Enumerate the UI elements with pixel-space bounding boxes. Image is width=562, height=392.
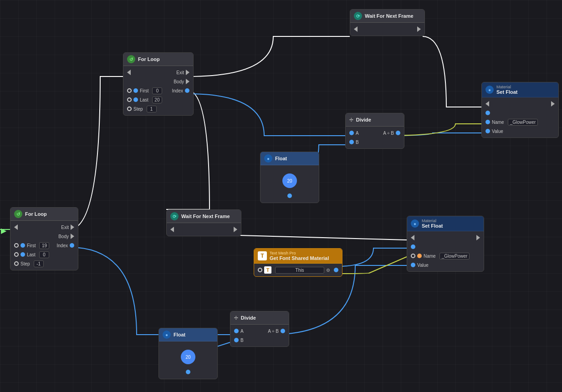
material-1-obj-pin [485,111,490,115]
for-loop-2-icon: ↺ [14,210,22,218]
wait-frame-1-exec-row [350,25,424,34]
tmp-this-in [258,268,262,272]
tmp-this-value[interactable]: This [275,267,324,274]
wait-frame-2-exec-out [234,227,237,232]
for-loop-node-1[interactable]: ↺ For Loop Exit Body [123,52,194,116]
for-loop-2-last-label: Last [27,252,36,257]
for-loop-1-icon: ↺ [127,55,135,63]
material-set-float-1[interactable]: ● Material Set Float [481,82,559,138]
for-loop-1-exec-row: Exit [123,68,193,77]
tmp-this-out [334,268,338,272]
for-loop-1-body-pin [186,79,189,84]
material-2-value-pin [411,263,415,267]
for-loop-1-step-row: Step 1 [123,104,193,113]
divide-node-2[interactable]: ÷ Divide A A ÷ B B [230,311,289,347]
tmp-body: T This ⚙ [254,264,342,276]
tmp-gear-icon: ⚙ [326,268,330,273]
divide-1-header: ÷ Divide [346,113,404,127]
for-loop-1-last-label: Last [140,97,148,102]
wait-frame-1-title: Wait For Next Frame [365,13,414,19]
material-1-title-block: Material Set Float [496,85,517,95]
divide-node-1[interactable]: ÷ Divide A A ÷ B B [345,113,404,149]
material-2-obj-pin [411,244,415,249]
material-2-name-pin [417,254,422,258]
float-2-header: ● Float [159,328,217,341]
divide-2-title: Divide [241,315,256,321]
for-loop-1-first-val[interactable]: 0 [152,87,162,94]
divide-2-a-row: A A ÷ B [230,326,289,336]
material-2-icon: ● [411,219,419,228]
divide-2-b-row: B [230,336,289,345]
tmp-this-row: T This ⚙ [254,265,342,275]
for-loop-2-exit-pin [71,224,74,230]
for-loop-2-step-row: Step -1 [10,259,78,268]
tmp-subtitle: Get Font Shared Material [270,255,329,261]
float-node-2[interactable]: ● Float 20 [158,328,218,379]
material-set-float-2[interactable]: ● Material Set Float [407,216,484,272]
for-loop-1-body: Exit Body First 0 Index [123,66,193,115]
material-2-exec-in [411,235,414,240]
for-loop-2-exit-label: Exit [61,225,69,230]
divide-2-op-label: A ÷ B [268,329,279,334]
tmp-category: Text Mesh Pro [270,251,329,255]
for-loop-2-body-pin [71,234,74,239]
material-2-exec-row [407,233,484,242]
float-2-icon: ● [163,331,171,339]
float-1-pin-row [261,193,319,201]
divide-1-op-label: A ÷ B [383,131,394,136]
material-1-name-val[interactable]: _GlowPower [508,119,538,126]
wait-frame-node-1[interactable]: ⟳ Wait For Next Frame [350,9,425,36]
for-loop-2-step-in [14,261,19,266]
for-loop-1-first-row: First 0 Index [123,86,193,95]
wait-frame-node-2[interactable]: ⟳ Wait For Next Frame [166,209,241,236]
for-loop-2-last-val[interactable]: 0 [39,251,49,258]
tmp-header: T Text Mesh Pro Get Font Shared Material [254,249,342,264]
float-2-out-pin [186,370,190,374]
entry-exec-arrow: ▶ [1,226,6,235]
for-loop-2-first-in [14,243,19,248]
for-loop-1-index-pin [185,88,189,93]
wait-frame-1-icon: ⟳ [354,12,362,20]
for-loop-1-exit-label: Exit [176,70,184,75]
divide-2-b-in [234,338,239,342]
material-2-name-val[interactable]: _GlowPower [439,253,470,260]
float-1-circle: 20 [282,173,297,188]
for-loop-1-last-val[interactable]: 20 [152,97,162,103]
float-2-value: 20 [185,355,190,360]
material-1-header: ● Material Set Float [482,82,558,97]
for-loop-1-last-in [127,97,132,102]
material-1-value-row: Value [482,127,558,136]
for-loop-2-step-val[interactable]: -1 [34,260,44,267]
for-loop-1-body-row: Body [123,77,193,86]
for-loop-1-exit-pin [186,70,189,75]
divide-2-header: ÷ Divide [230,311,289,325]
for-loop-1-first-in [127,88,132,93]
wait-frame-1-exec-in [354,26,358,32]
float-node-1[interactable]: ● Float 20 [260,152,319,203]
float-2-body: 20 [159,341,217,379]
blueprint-canvas[interactable]: ▶ ↺ For Loop Exit Body [0,0,562,392]
for-loop-node-2[interactable]: ↺ For Loop Exit Body [10,207,78,270]
float-1-header: ● Float [261,152,319,165]
divide-1-a-in [349,131,354,135]
material-2-name-in [411,254,415,258]
text-mesh-pro-node[interactable]: T Text Mesh Pro Get Font Shared Material… [254,248,342,277]
for-loop-2-first-val[interactable]: 19 [39,242,49,249]
for-loop-1-title: For Loop [138,56,160,62]
divide-1-title: Divide [356,117,371,122]
material-1-value-pin [485,129,490,133]
tmp-title-block: Text Mesh Pro Get Font Shared Material [270,251,329,261]
for-loop-1-first-label: First [140,88,148,93]
for-loop-2-last-row: Last 0 [10,250,78,259]
for-loop-1-body-label: Body [174,79,184,84]
for-loop-2-last-pin2 [20,252,25,257]
for-loop-1-step-val[interactable]: 1 [147,106,157,112]
float-2-title: Float [174,332,185,337]
tmp-inline-icon: T [264,266,271,274]
material-1-name-label: Name [492,120,504,125]
divide-1-a-row: A A ÷ B [346,128,404,137]
for-loop-2-body-row: Body [10,232,78,241]
for-loop-1-header: ↺ For Loop [123,53,193,66]
for-loop-2-step-label: Step [20,261,30,266]
wait-frame-2-icon: ⟳ [170,212,179,220]
